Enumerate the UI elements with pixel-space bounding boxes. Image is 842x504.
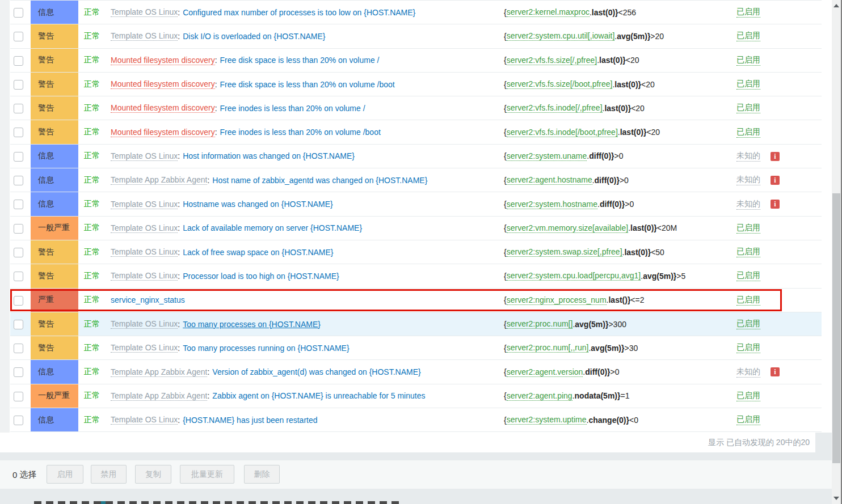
template-link[interactable]: Mounted filesystem discovery (111, 56, 215, 65)
delete-button[interactable]: 删除 (244, 465, 280, 484)
trigger-status-link[interactable]: 已启用 (736, 319, 760, 329)
trigger-name-link[interactable]: Host information was changed on {HOST.NA… (183, 151, 355, 160)
row-checkbox[interactable] (14, 200, 23, 209)
template-link[interactable]: Template OS Linux (111, 271, 178, 281)
trigger-name-link[interactable]: Version of zabbix_agent(d) was changed o… (212, 367, 420, 376)
trigger-status-link[interactable]: 已启用 (736, 103, 760, 113)
row-checkbox[interactable] (14, 367, 23, 377)
expression-item-link[interactable]: server2:vfs.fs.size[/,pfree] (507, 56, 597, 65)
scrollbar-down-icon[interactable] (832, 493, 841, 504)
template-link[interactable]: Template OS Linux (111, 151, 178, 161)
row-checkbox[interactable] (14, 56, 23, 66)
enable-button[interactable]: 启用 (47, 465, 83, 484)
trigger-status-link[interactable]: 未知的 (736, 367, 760, 378)
trigger-status-link[interactable]: 已启用 (736, 247, 760, 257)
trigger-name-link[interactable]: Processor load is too high on {HOST.NAME… (183, 272, 339, 281)
expression-item-link[interactable]: server2:system.cpu.util[,iowait] (507, 31, 615, 41)
disable-button[interactable]: 禁用 (91, 465, 127, 484)
trigger-status-link[interactable]: 已启用 (736, 7, 760, 18)
template-link[interactable]: Template App Zabbix Agent (111, 175, 207, 185)
row-checkbox[interactable] (14, 32, 23, 41)
trigger-status-link[interactable]: 已启用 (736, 55, 760, 66)
expression-item-link[interactable]: server2:agent.ping (507, 391, 572, 401)
expression-item-link[interactable]: server2:system.swap.size[,pfree] (507, 247, 622, 257)
trigger-status-link[interactable]: 已启用 (736, 270, 760, 281)
trigger-status-link[interactable]: 已启用 (736, 414, 760, 425)
trigger-name-link[interactable]: Free disk space is less than 20% on volu… (220, 80, 395, 89)
row-checkbox[interactable] (14, 344, 23, 353)
template-link[interactable]: Template OS Linux (111, 247, 178, 257)
trigger-name-link[interactable]: service_nginx_status (111, 295, 185, 304)
row-checkbox[interactable] (14, 272, 23, 281)
expression-item-link[interactable]: server2:kernel.maxproc (507, 7, 590, 17)
expression-item-link[interactable]: server2:vfs.fs.size[/boot,pfree] (507, 79, 613, 89)
trigger-name-link[interactable]: Free disk space is less than 20% on volu… (220, 56, 380, 65)
info-icon[interactable]: i (771, 367, 780, 376)
scrollbar-up-icon[interactable] (832, 0, 841, 11)
expression-item-link[interactable]: server2:vfs.fs.inode[/,pfree] (507, 103, 603, 113)
info-icon[interactable]: i (771, 176, 780, 185)
template-link[interactable]: Mounted filesystem discovery (111, 79, 215, 89)
template-link[interactable]: Template OS Linux (111, 200, 178, 209)
trigger-status-link[interactable]: 已启用 (736, 295, 760, 306)
row-checkbox[interactable] (14, 416, 23, 425)
trigger-name-link[interactable]: Too many processes running on {HOST.NAME… (183, 344, 349, 353)
template-link[interactable]: Mounted filesystem discovery (111, 128, 215, 137)
expression-item-link[interactable]: server2:system.uname (507, 151, 587, 161)
info-icon[interactable]: i (771, 200, 780, 209)
expression-item-link[interactable]: server2:system.uptime (507, 415, 587, 425)
expression-item-link[interactable]: server2:agent.hostname (507, 175, 592, 185)
row-checkbox[interactable] (14, 152, 23, 162)
trigger-name-link[interactable]: Host name of zabbix_agentd was changed o… (212, 176, 427, 185)
trigger-name-link[interactable]: Disk I/O is overloaded on {HOST.NAME} (183, 32, 325, 41)
trigger-name-link[interactable]: Configured max number of processes is to… (183, 8, 415, 17)
template-link[interactable]: Template OS Linux (111, 343, 178, 353)
trigger-name-link[interactable]: {HOST.NAME} has just been restarted (183, 416, 317, 425)
row-checkbox[interactable] (14, 296, 23, 306)
template-link[interactable]: Template App Zabbix Agent (111, 367, 207, 377)
row-checkbox[interactable] (14, 104, 23, 113)
expression-item-link[interactable]: server2:vm.memory.size[available] (507, 223, 628, 233)
trigger-name-link[interactable]: Zabbix agent on {HOST.NAME} is unreachab… (212, 391, 425, 400)
row-checkbox[interactable] (14, 224, 23, 234)
expression-item-link[interactable]: server2:proc.num[,,run] (507, 343, 589, 353)
expression-item-link[interactable]: server2:system.cpu.load[percpu,avg1] (507, 271, 641, 281)
trigger-status-link[interactable]: 已启用 (736, 342, 760, 353)
trigger-name-link[interactable]: Free inodes is less than 20% on volume / (220, 104, 365, 113)
expression-item-link[interactable]: server2:vfs.fs.inode[/boot,pfree] (507, 128, 618, 137)
row-checkbox[interactable] (14, 392, 23, 401)
expression-item-link[interactable]: server2:agent.version (507, 367, 583, 377)
template-link[interactable]: Template App Zabbix Agent (111, 391, 207, 401)
trigger-status-link[interactable]: 未知的 (736, 175, 760, 185)
row-checkbox[interactable] (14, 248, 23, 257)
trigger-status-link[interactable]: 未知的 (736, 151, 760, 162)
scrollbar-thumb[interactable] (832, 193, 840, 463)
row-checkbox[interactable] (14, 320, 23, 329)
trigger-status-link[interactable]: 未知的 (736, 199, 760, 210)
template-link[interactable]: Template OS Linux (111, 31, 178, 41)
trigger-name-link[interactable]: Lack of free swap space on {HOST.NAME} (183, 248, 333, 257)
template-link[interactable]: Template OS Linux (111, 415, 178, 425)
trigger-name-link[interactable]: Free inodes is less than 20% on volume /… (220, 128, 381, 137)
info-icon[interactable]: i (771, 152, 780, 161)
template-link[interactable]: Template OS Linux (111, 7, 178, 17)
expression-item-link[interactable]: server2:nginx_process_num (507, 295, 607, 305)
row-checkbox[interactable] (14, 176, 23, 185)
trigger-name-link[interactable]: Hostname was changed on {HOST.NAME} (183, 200, 333, 209)
template-link[interactable]: Mounted filesystem discovery (111, 103, 215, 113)
trigger-status-link[interactable]: 已启用 (736, 391, 760, 401)
trigger-name-link[interactable]: Too many processes on {HOST.NAME} (183, 320, 321, 329)
trigger-status-link[interactable]: 已启用 (736, 223, 760, 234)
trigger-status-link[interactable]: 已启用 (736, 127, 760, 138)
row-checkbox[interactable] (14, 128, 23, 137)
copy-button[interactable]: 复制 (135, 465, 171, 484)
expression-item-link[interactable]: server2:system.hostname (507, 200, 597, 209)
row-checkbox[interactable] (14, 8, 23, 18)
template-link[interactable]: Template OS Linux (111, 223, 178, 233)
mass-update-button[interactable]: 批量更新 (180, 465, 234, 484)
trigger-status-link[interactable]: 已启用 (736, 31, 760, 41)
template-link[interactable]: Template OS Linux (111, 319, 178, 329)
row-checkbox[interactable] (14, 80, 23, 90)
trigger-name-link[interactable]: Lack of available memory on server {HOST… (183, 223, 362, 232)
trigger-status-link[interactable]: 已启用 (736, 79, 760, 90)
